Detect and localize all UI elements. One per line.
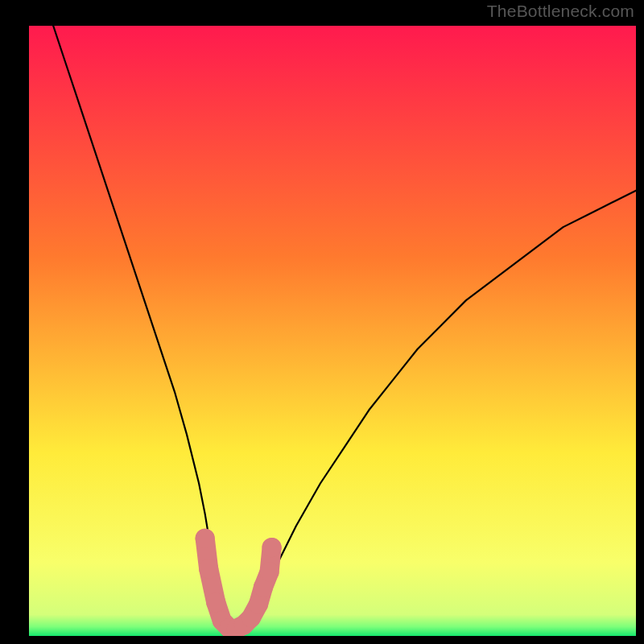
marker-dot xyxy=(196,529,215,548)
plot-area xyxy=(29,26,636,636)
marker-dot xyxy=(249,595,268,614)
marker-dot xyxy=(199,559,218,579)
chart-svg xyxy=(29,26,636,636)
marker-dot xyxy=(262,538,282,557)
marker-dot xyxy=(260,562,279,581)
watermark-label: TheBottleneck.com xyxy=(487,2,634,21)
marker-dot xyxy=(206,592,225,612)
chart-frame: TheBottleneck.com xyxy=(0,0,644,644)
gradient-background xyxy=(29,26,636,636)
